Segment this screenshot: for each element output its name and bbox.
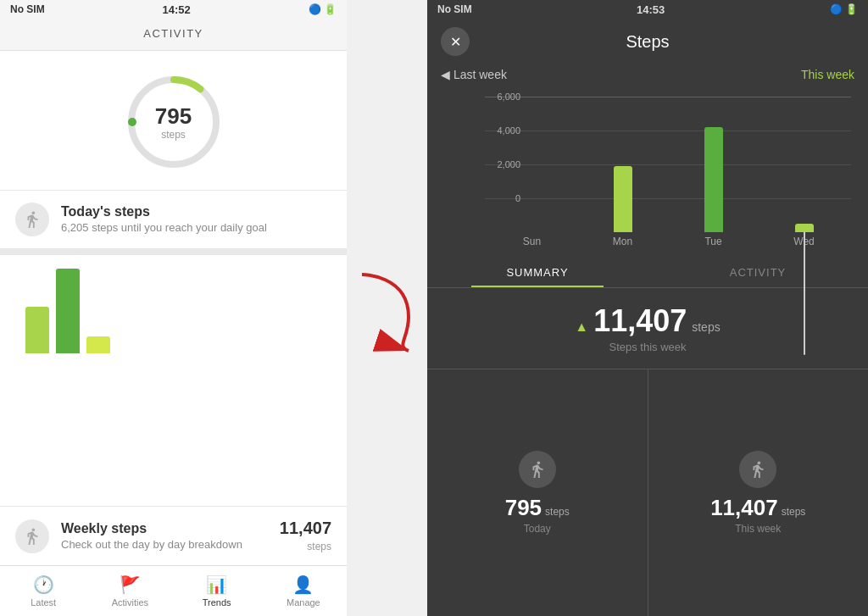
bar-wed xyxy=(765,224,843,232)
bar-tue xyxy=(675,127,752,232)
stat-today-unit: steps xyxy=(545,506,570,518)
shoe-icon-stat-today xyxy=(519,451,556,488)
status-icons-right: 🔵 🔋 xyxy=(830,3,858,15)
today-steps-subtitle: 6,205 steps until you reach your daily g… xyxy=(61,221,267,236)
status-bar-left: No SIM 14:52 🔵 🔋 xyxy=(0,0,347,19)
nav-manage-label: Manage xyxy=(287,597,320,608)
nav-manage[interactable]: 👤 Manage xyxy=(260,566,347,616)
chevron-left-icon: ◀ Last week xyxy=(441,68,507,81)
bottom-nav: 🕐 Latest 🚩 Activities 📊 Trends 👤 Manage xyxy=(0,565,347,616)
week-nav: ◀ Last week This week xyxy=(427,64,868,88)
summary-steps-unit: steps xyxy=(692,320,720,334)
today-steps-card: Today's steps 6,205 steps until you reac… xyxy=(0,190,347,248)
bar-wed-bar xyxy=(795,224,814,232)
page-title: Steps xyxy=(470,32,826,52)
flag-icon: 🚩 xyxy=(120,574,141,595)
clock-icon: 🕐 xyxy=(33,574,54,595)
right-panel: No SIM 14:53 🔵 🔋 ✕ Steps ◀ Last week Thi… xyxy=(427,0,868,616)
shoe-icon-weekly xyxy=(15,519,49,553)
stat-today: 795 steps Today xyxy=(427,369,648,616)
this-week-label: This week xyxy=(801,68,854,81)
arrow-graphic xyxy=(349,258,426,359)
tab-activity[interactable]: ACTIVITY xyxy=(648,256,868,287)
stat-week-label: This week xyxy=(735,523,781,535)
mini-chart-section xyxy=(0,255,347,506)
bar-mon-bar xyxy=(614,166,632,232)
nav-latest[interactable]: 🕐 Latest xyxy=(0,566,86,616)
x-label-mon: Mon xyxy=(584,236,661,247)
stat-today-num-row: 795 steps xyxy=(505,495,570,521)
mini-chart xyxy=(17,269,330,353)
weekly-steps-unit: steps xyxy=(307,541,331,552)
x-label-sun: Sun xyxy=(493,236,570,247)
tabs-row: SUMMARY ACTIVITY xyxy=(427,256,868,288)
today-steps-text: Today's steps 6,205 steps until you reac… xyxy=(61,204,267,236)
circle-section: 795 steps xyxy=(0,51,347,190)
mini-bar-3 xyxy=(86,336,110,353)
weekly-steps-num: 11,407 xyxy=(280,519,331,538)
nav-activities-label: Activities xyxy=(112,597,148,608)
today-steps-title: Today's steps xyxy=(61,204,267,219)
weekly-steps-title: Weekly steps xyxy=(61,521,280,536)
left-panel: No SIM 14:52 🔵 🔋 ACTIVITY 795 steps xyxy=(0,0,347,616)
right-header: ✕ Steps xyxy=(427,19,868,64)
chart-area: 6,000 4,000 2,000 0 xyxy=(427,88,868,247)
weekly-steps-value-block: 11,407 steps xyxy=(280,519,331,553)
last-week-button[interactable]: ◀ Last week xyxy=(441,68,507,81)
summary-main-row: ▲ 11,407 steps xyxy=(575,303,720,339)
person-icon: 👤 xyxy=(292,574,314,595)
stat-week-value: 11,407 xyxy=(710,495,778,521)
stat-today-value: 795 xyxy=(505,495,542,521)
step-circle: 795 steps xyxy=(123,71,225,173)
bottom-stats: 795 steps Today 11,407 steps This week xyxy=(427,369,868,616)
nav-latest-label: Latest xyxy=(31,597,56,608)
status-bar-right: No SIM 14:53 🔵 🔋 xyxy=(427,0,868,19)
close-button[interactable]: ✕ xyxy=(441,27,470,56)
stat-week-num-row: 11,407 steps xyxy=(710,495,805,521)
carrier-right: No SIM xyxy=(437,3,472,15)
chart-x-labels: Sun Mon Tue Wed xyxy=(444,232,851,247)
weekly-steps-card: Weekly steps Check out the day by day br… xyxy=(0,506,347,565)
time-right: 14:53 xyxy=(637,3,665,16)
mini-bar-1 xyxy=(25,307,49,353)
bar-tue-bar xyxy=(704,127,723,232)
chart-icon: 📊 xyxy=(206,574,227,595)
weekly-steps-text: Weekly steps Check out the day by day br… xyxy=(61,521,280,551)
weekly-steps-subtitle: Check out the day by day breakdown xyxy=(61,538,280,551)
circle-steps-label: steps xyxy=(155,128,192,140)
divider xyxy=(0,248,347,255)
bar-mon xyxy=(584,166,661,232)
status-icons-left: 🔵 🔋 xyxy=(309,3,337,15)
stat-week-unit: steps xyxy=(782,506,806,518)
x-label-tue: Tue xyxy=(675,236,752,247)
circle-steps-value: 795 xyxy=(155,104,192,129)
summary-section: ▲ 11,407 steps Steps this week xyxy=(427,288,868,369)
triangle-icon: ▲ xyxy=(575,319,588,335)
summary-sublabel: Steps this week xyxy=(609,341,686,353)
tab-summary[interactable]: SUMMARY xyxy=(427,256,648,287)
nav-trends-label: Trends xyxy=(203,597,231,608)
circle-text: 795 steps xyxy=(155,104,192,141)
stat-today-label: Today xyxy=(524,523,551,535)
nav-activities[interactable]: 🚩 Activities xyxy=(86,566,173,616)
chart-gridlines: 6,000 4,000 2,000 0 xyxy=(444,97,851,232)
mini-bar-2 xyxy=(56,269,80,353)
arrow-area xyxy=(347,0,427,616)
shoe-icon-stat-week xyxy=(739,451,776,488)
close-icon: ✕ xyxy=(450,34,461,50)
bars-container xyxy=(485,97,851,232)
carrier-left: No SIM xyxy=(10,3,45,15)
stat-this-week: 11,407 steps This week xyxy=(648,369,869,616)
shoe-icon-today xyxy=(15,203,49,236)
app-title: ACTIVITY xyxy=(0,19,347,51)
nav-trends[interactable]: 📊 Trends xyxy=(174,566,260,616)
time-left: 14:52 xyxy=(163,3,191,16)
selected-line xyxy=(804,224,805,355)
summary-steps-value: 11,407 xyxy=(593,303,687,339)
